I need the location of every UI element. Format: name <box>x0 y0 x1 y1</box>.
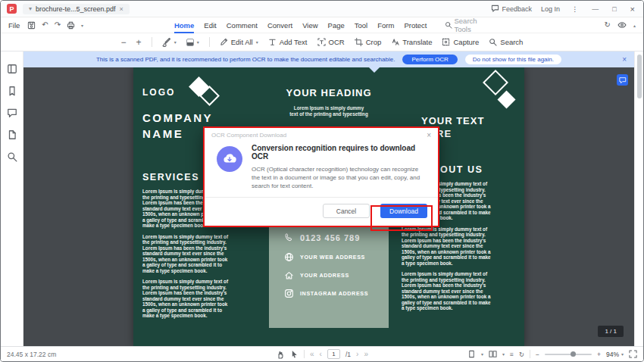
undo-icon[interactable]: ↶ <box>42 21 48 29</box>
print-icon[interactable] <box>67 21 75 30</box>
globe-icon <box>284 252 294 262</box>
fullscreen-icon[interactable] <box>629 350 637 358</box>
search-icon <box>445 21 452 29</box>
first-page-button[interactable]: « <box>310 351 314 358</box>
pages-panel-icon[interactable] <box>7 130 17 140</box>
format-brush-button[interactable]: ▾ <box>162 38 177 47</box>
tab-list-dropdown-icon[interactable]: ▾ <box>29 5 32 12</box>
document-tab[interactable]: ▾ brochure-te...5_screen.pdf × <box>23 4 130 14</box>
menu-comment[interactable]: Comment <box>227 21 258 30</box>
menu-edit[interactable]: Edit <box>204 21 216 30</box>
minus-icon: − <box>121 38 127 47</box>
menu-tool[interactable]: Tool <box>355 21 367 30</box>
notification-close-icon[interactable]: × <box>622 55 627 64</box>
zoom-out-button[interactable]: − <box>536 351 539 358</box>
perform-ocr-button[interactable]: Perform OCR <box>402 55 457 64</box>
menu-page[interactable]: Page <box>328 21 345 30</box>
scrollbar-thumb[interactable] <box>637 55 642 98</box>
preview-eye-icon[interactable] <box>617 20 627 30</box>
zoom-level-dropdown[interactable]: 94% ▾ <box>606 351 624 358</box>
instagram-row: INSTAGRAM ADDRESS <box>284 289 389 298</box>
more-menu-icon[interactable]: ⋮ <box>569 5 580 13</box>
brush-dropdown-icon[interactable]: ▾ <box>174 39 177 45</box>
layout-dropdown-icon[interactable]: ▾ <box>502 351 505 357</box>
menu-protect[interactable]: Protect <box>404 21 427 30</box>
edit-all-button[interactable]: Edit All ▾ <box>220 38 258 46</box>
minimize-button[interactable]: — <box>589 5 601 13</box>
lorem-paragraph: Lorem Ipsum is simply dummy text of the … <box>142 234 230 274</box>
crop-button[interactable]: Crop <box>355 38 382 46</box>
titlebar-actions: Feedback Log In ⋮ — □ × <box>491 5 637 14</box>
dismiss-notification-button[interactable]: Do not show for this file again. <box>465 55 561 64</box>
zoom-slider[interactable] <box>545 351 592 358</box>
save-icon[interactable] <box>27 21 36 30</box>
capture-button[interactable]: Capture <box>442 38 479 46</box>
bookmarks-panel-icon[interactable] <box>7 86 17 96</box>
color-swatch-icon <box>186 39 194 46</box>
scrollbar-rail[interactable] <box>634 51 643 346</box>
menu-view[interactable]: View <box>302 21 317 30</box>
menu-file[interactable]: File <box>8 21 20 30</box>
rotate-view-icon[interactable]: ↻ <box>519 351 524 358</box>
download-button[interactable]: Download <box>380 204 427 218</box>
maximize-button[interactable]: □ <box>610 5 618 13</box>
increase-button[interactable]: + <box>136 38 142 47</box>
two-page-view-icon[interactable] <box>489 350 497 358</box>
page-indicator-badge: 1 / 1 <box>598 326 624 337</box>
thumbnails-panel-icon[interactable] <box>7 64 17 74</box>
edit-all-dropdown-icon[interactable]: ▾ <box>256 39 258 45</box>
app-logo-icon: P <box>7 4 17 14</box>
add-text-icon <box>268 38 277 46</box>
corner-diamonds-icon <box>476 70 521 116</box>
single-page-view-icon[interactable] <box>467 350 476 358</box>
your-heading-text: YOUR HEADING <box>264 87 394 98</box>
menu-convert[interactable]: Convert <box>267 21 292 30</box>
comments-panel-icon[interactable] <box>7 108 17 118</box>
dialog-close-icon[interactable]: × <box>427 131 431 139</box>
cancel-button[interactable]: Cancel <box>323 204 370 218</box>
statusbar-separator <box>304 350 305 358</box>
translate-label: Translate <box>402 38 432 46</box>
add-text-label: Add Text <box>280 38 308 46</box>
search-panel-icon[interactable] <box>7 151 17 162</box>
search-button[interactable]: Search <box>489 38 523 46</box>
tab-close-icon[interactable]: × <box>120 5 123 13</box>
color-dropdown-icon[interactable]: ▾ <box>197 39 199 45</box>
redo-icon[interactable]: ↷ <box>55 21 61 29</box>
add-text-button[interactable]: Add Text <box>268 38 308 46</box>
page-view-dropdown-icon[interactable]: ▾ <box>481 351 483 357</box>
brochure-logo-text: LOGO <box>142 87 175 98</box>
previous-page-button[interactable]: ‹ <box>320 351 322 358</box>
page-number-input[interactable]: 1 <box>327 349 340 359</box>
sync-icon[interactable]: ↻ <box>605 21 611 29</box>
hand-tool-icon[interactable] <box>276 350 285 359</box>
menu-home[interactable]: Home <box>174 21 194 30</box>
feedback-button[interactable]: Feedback <box>491 5 533 13</box>
floating-assistant-button[interactable] <box>617 74 628 86</box>
color-swatch-button[interactable]: ▾ <box>186 39 199 46</box>
feedback-label: Feedback <box>502 5 533 13</box>
address-label: YOUR ADDRESS <box>300 272 349 279</box>
titlebar: P ▾ brochure-te...5_screen.pdf × Feedbac… <box>1 1 643 17</box>
lorem-paragraph: Lorem Ipsum is simply dummy text of the … <box>142 279 230 319</box>
ocr-notification-bar: This is a scanned PDF, and it is recomme… <box>23 51 634 67</box>
instagram-icon <box>284 289 294 298</box>
select-tool-icon[interactable] <box>290 350 299 358</box>
zoom-slider-knob[interactable] <box>571 351 576 357</box>
decrease-button[interactable]: − <box>121 38 127 47</box>
plus-icon: + <box>136 38 142 47</box>
login-button[interactable]: Log In <box>541 5 560 13</box>
search-tools-button[interactable]: Search Tools <box>445 17 496 33</box>
zoom-in-button[interactable]: + <box>597 351 601 358</box>
last-page-button[interactable]: » <box>364 351 368 358</box>
collapse-ribbon-icon[interactable]: ▴ <box>633 23 636 28</box>
next-page-button[interactable]: › <box>356 351 358 358</box>
quick-actions-dropdown-icon[interactable]: ▾ <box>81 23 83 28</box>
translate-button[interactable]: Translate <box>391 38 432 46</box>
window-close-button[interactable]: × <box>628 5 637 14</box>
ocr-button[interactable]: OCR <box>317 38 345 46</box>
continuous-view-icon[interactable]: ≡ <box>510 351 514 358</box>
quick-actions: ↶ ↷ ▾ <box>27 21 83 30</box>
menu-form[interactable]: Form <box>377 21 394 30</box>
assistant-chat-icon <box>619 76 627 84</box>
